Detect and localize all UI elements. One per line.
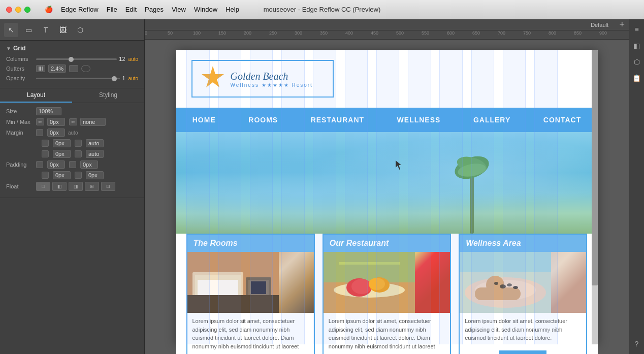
margin-bottom[interactable] (53, 150, 71, 158)
rect-tool[interactable]: ▭ (21, 23, 36, 37)
traffic-lights (6, 7, 30, 13)
gutters-input[interactable] (48, 65, 66, 73)
card-wellness-btn[interactable]: more details (499, 350, 546, 355)
float-right-icon[interactable]: ◨ (69, 182, 83, 191)
toolbar: ↖ ▭ T 🖼 ⬡ (0, 19, 144, 41)
hero-section (176, 132, 598, 234)
min-input[interactable] (47, 118, 65, 126)
float-center[interactable]: ⊞ (85, 182, 99, 191)
website-preview: Golden Beach Wellness ★★★★★ Resort HOME … (176, 50, 598, 344)
right-icon-clipboard[interactable]: 📋 (631, 72, 643, 84)
right-icon-help[interactable]: ? (631, 338, 643, 350)
add-breakpoint-button[interactable]: + (619, 19, 625, 30)
margin-label: Margin (6, 130, 34, 136)
opacity-label: Opacity (6, 75, 34, 81)
card-restaurant: Our Restaurant (323, 234, 451, 354)
margin-auto[interactable] (86, 150, 104, 158)
float-none[interactable]: □ (36, 182, 50, 191)
scrollbar[interactable] (592, 50, 598, 344)
float-left[interactable]: ◧ (52, 182, 67, 191)
padding-right[interactable] (80, 160, 98, 169)
card-rooms: The Rooms (186, 234, 315, 354)
close-button[interactable] (6, 7, 12, 13)
ruler-100: 100 (193, 30, 201, 36)
margin-right-link[interactable] (75, 140, 82, 147)
right-icon-assets[interactable]: ⬡ (631, 56, 643, 68)
nav-home[interactable]: HOME (182, 108, 226, 132)
right-icon-layers[interactable]: ≡ (631, 23, 643, 36)
max-input[interactable] (80, 118, 106, 126)
gutters-row: Gutters (6, 65, 138, 73)
gutters-icon (36, 65, 45, 72)
shape-tool[interactable]: ⬡ (73, 23, 87, 37)
svg-point-17 (351, 279, 372, 294)
margin-link[interactable] (36, 129, 43, 136)
menu-window[interactable]: Window (190, 6, 221, 13)
padding-top[interactable] (47, 160, 65, 169)
padding-bottom-link[interactable] (42, 172, 49, 179)
menu-edge-reflow[interactable]: Edge Reflow (57, 6, 103, 13)
float-row: Float □ ◧ ◨ ⊞ ⊡ (6, 182, 138, 191)
menu-view[interactable]: View (168, 6, 190, 13)
nav-wellness[interactable]: WELLNESS (387, 108, 451, 132)
menu-pages[interactable]: Pages (141, 6, 168, 13)
tab-layout[interactable]: Layout (0, 88, 72, 103)
right-icon-elements[interactable]: ◧ (631, 40, 643, 52)
logo-text: Golden Beach Wellness ★★★★★ Resort (231, 70, 313, 88)
layout-styling-tabs: Layout Styling (0, 88, 144, 103)
menu-help[interactable]: Help (221, 6, 243, 13)
size-input[interactable] (36, 107, 61, 115)
fullscreen-button[interactable] (24, 7, 30, 13)
padding-left-link[interactable] (75, 172, 82, 179)
margin-bottom-link[interactable] (42, 150, 49, 157)
padding-left[interactable] (86, 171, 104, 179)
margin-right[interactable] (86, 139, 104, 147)
lynda-watermark: lynda.com (509, 323, 572, 339)
right-panel: ≡ ◧ ⬡ 📋 ? (629, 19, 644, 354)
margin-left[interactable] (53, 139, 71, 147)
gutters-toggle1[interactable] (69, 65, 78, 72)
image-tool[interactable]: 🖼 (56, 23, 70, 37)
svg-rect-11 (251, 281, 266, 294)
ruler-850: 850 (574, 30, 582, 36)
padding-link[interactable] (36, 161, 43, 168)
nav-contact[interactable]: CONTACT (533, 108, 591, 132)
margin-left-link[interactable] (42, 140, 49, 147)
svg-rect-1 (470, 173, 474, 234)
select-tool[interactable]: ↖ (4, 23, 18, 37)
logo-subtitle: Wellness ★★★★★ Resort (231, 82, 313, 88)
palm-tree-icon (452, 142, 492, 234)
canvas-content[interactable]: Golden Beach Wellness ★★★★★ Resort HOME … (145, 40, 629, 354)
gutters-toggle2[interactable] (81, 65, 90, 72)
nav-rooms[interactable]: ROOMS (238, 108, 288, 132)
float-both[interactable]: ⊡ (101, 182, 115, 191)
menu-edit[interactable]: Edit (121, 6, 141, 13)
padding-right-link[interactable] (69, 161, 76, 168)
apple-menu[interactable]: 🍎 (41, 6, 57, 13)
opacity-slider[interactable] (36, 78, 120, 79)
text-tool[interactable]: T (39, 23, 53, 37)
ruler-50: 50 (168, 30, 173, 36)
nav-restaurant[interactable]: RESTAURANT (301, 108, 374, 132)
minimize-button[interactable] (15, 7, 21, 13)
padding-bottom[interactable] (53, 171, 71, 179)
card-restaurant-text: Lorem ipsum dolor sit amet, consectetuer… (324, 313, 450, 354)
columns-slider[interactable] (36, 58, 117, 60)
ruler-450: 450 (371, 30, 378, 36)
menu-file[interactable]: File (103, 6, 121, 13)
padding-label: Padding (6, 162, 34, 168)
ruler-800: 800 (549, 30, 556, 36)
ruler-0: 0 (145, 30, 147, 36)
left-panel: ↖ ▭ T 🖼 ⬡ ▼ Grid Columns 12 auto Gutters (0, 19, 145, 354)
nav-gallery[interactable]: GALLERY (463, 108, 521, 132)
size-label: Size (6, 108, 34, 114)
margin-top[interactable] (47, 128, 65, 137)
float-options: □ ◧ ◨ ⊞ ⊡ (36, 182, 115, 191)
card-wellness-btn-row: more details (460, 346, 586, 355)
svg-point-28 (513, 286, 518, 289)
logo-area: Golden Beach Wellness ★★★★★ Resort (176, 50, 598, 108)
margin-auto-link[interactable] (75, 150, 82, 157)
scrollbar-thumb[interactable] (592, 50, 598, 285)
tab-styling[interactable]: Styling (72, 88, 144, 103)
ruler-200: 200 (244, 30, 251, 36)
